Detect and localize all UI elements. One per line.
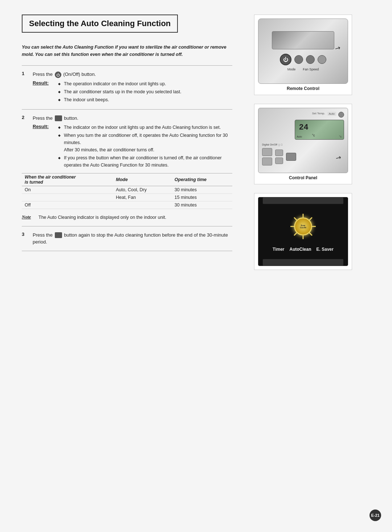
indoor-panel-center: EvapCLEAN xyxy=(290,211,316,242)
intro-text: You can select the Auto Cleaning Functio… xyxy=(22,44,232,58)
cp-bottom-row xyxy=(262,148,344,165)
svg-line-5 xyxy=(294,233,297,235)
cp-temp-number: 24 xyxy=(299,123,308,132)
remote-control-caption: Remote Control xyxy=(258,86,348,91)
step-2-result-items: The indicator on the indoor unit lights … xyxy=(58,124,232,169)
result-item: The indoor unit beeps. xyxy=(58,96,181,103)
divider-4 xyxy=(22,251,232,251)
control-panel-box: Set Temp. Auto 24 °c Auto °c Digital On/… xyxy=(254,104,352,184)
cp-wifi-icon xyxy=(338,112,344,118)
cp-auto-mode-label: Auto xyxy=(297,135,302,138)
table-header-mode: Mode xyxy=(113,173,172,186)
remote-small-btn-3 xyxy=(318,55,326,64)
indoor-panel-esaver-label: E. Saver xyxy=(317,247,334,252)
svg-line-7 xyxy=(294,218,297,220)
main-content: Selecting the Auto Cleaning Function You… xyxy=(0,0,247,532)
remote-buttons-row: ⏻ xyxy=(280,54,326,65)
note-section: Note The Auto Cleaning indicator is disp… xyxy=(22,214,232,221)
ac-mode-table: When the air conditioneris turned Mode O… xyxy=(22,173,232,209)
table-cell-time: 15 minutes xyxy=(172,194,232,201)
step-1-result-items: The operation indicator on the indoor un… xyxy=(58,80,181,104)
step-3-instruction: Press the button again to stop the Auto … xyxy=(33,232,232,246)
cp-digital-label: Digital On/Off xyxy=(262,143,277,146)
control-panel-caption: Control Panel xyxy=(258,175,348,180)
ac-mode-table-section: When the air conditioneris turned Mode O… xyxy=(22,173,232,209)
remote-label-row: Mode Fan Speed xyxy=(287,67,319,71)
indoor-panel-bottom-bar xyxy=(263,259,343,266)
indoor-panel-timer-label: Timer xyxy=(273,247,284,252)
table-cell-mode: Heat, Fan xyxy=(113,194,172,201)
cp-unit-text: °c xyxy=(312,134,315,137)
table-row: Heat, Fan 15 minutes xyxy=(22,194,232,201)
sidebar: ⏻ Mode Fan Speed ↗ Remote Control Set Te… xyxy=(247,0,363,532)
cp-digital-row: Digital On/Off | □ xyxy=(262,143,344,146)
step-1-result: Result: The operation indicator on the i… xyxy=(33,80,232,104)
cp-screen: 24 °c Auto °c xyxy=(295,120,344,140)
remote-arrow-icon: ↗ xyxy=(334,44,342,53)
cp-btn-3 xyxy=(275,150,283,156)
cp-btn-2 xyxy=(262,157,272,165)
indoor-panel-autoclean-label: AutoClean xyxy=(290,247,311,252)
step-3-number: 3 xyxy=(22,232,33,237)
step-2-instruction: Press the button. xyxy=(33,115,78,122)
divider-1 xyxy=(22,65,232,66)
step-1-instruction: Press the (On/Off) button. xyxy=(33,71,96,78)
cp-icon-btn xyxy=(286,153,296,161)
cp-temp-label: °c xyxy=(339,135,342,138)
table-cell-state: Off xyxy=(22,201,113,209)
table-cell-state xyxy=(22,194,113,201)
table-cell-state: On xyxy=(22,186,113,194)
cp-set-temp-label: Set Temp. xyxy=(312,112,325,115)
cp-btn-group-2 xyxy=(275,150,283,164)
cp-btn-group-1 xyxy=(262,148,272,165)
result-item: The operation indicator on the indoor un… xyxy=(58,80,181,87)
page-number: E-21 xyxy=(369,510,381,521)
step-2-number: 2 xyxy=(22,115,33,120)
remote-fanspeed-label: Fan Speed xyxy=(303,67,319,71)
step-2-result-label: Result: xyxy=(33,124,54,129)
cp-btn-1 xyxy=(262,148,272,156)
control-panel-illustration: Set Temp. Auto 24 °c Auto °c Digital On/… xyxy=(258,108,348,173)
svg-line-1 xyxy=(310,218,312,220)
result-item: The air conditioner starts up in the mod… xyxy=(58,88,181,95)
step-1-number: 1 xyxy=(22,71,33,76)
svg-line-3 xyxy=(310,233,312,235)
indoor-panel-box: EvapCLEAN Timer AutoClean E. Saver xyxy=(254,193,352,270)
table-row: Off 30 minutes xyxy=(22,201,232,209)
on-off-icon xyxy=(55,71,61,78)
table-cell-time: 30 minutes xyxy=(172,201,232,209)
remote-control-illustration: ⏻ Mode Fan Speed ↗ xyxy=(258,19,348,84)
indoor-panel-top-bar xyxy=(263,197,343,204)
remote-small-btn-2 xyxy=(306,55,315,64)
cp-btn-4 xyxy=(275,157,283,164)
result-item: The indicator on the indoor unit lights … xyxy=(58,124,232,131)
indoor-panel-sun-container: EvapCLEAN xyxy=(290,214,316,239)
indoor-panel-text-row: Timer AutoClean E. Saver xyxy=(273,247,334,252)
result-item: When you turn the air conditioner off, i… xyxy=(58,132,232,154)
step-1: 1 Press the (On/Off) button. Result: The… xyxy=(22,71,232,104)
remote-control-box: ⏻ Mode Fan Speed ↗ Remote Control xyxy=(254,15,352,95)
divider-2 xyxy=(22,109,232,110)
remote-small-btn-1 xyxy=(294,55,303,64)
divider-3 xyxy=(22,226,232,226)
table-row: On Auto, Cool, Dry 30 minutes xyxy=(22,186,232,194)
step-3: 3 Press the button again to stop the Aut… xyxy=(22,232,232,246)
remote-screen xyxy=(272,31,334,49)
btn-icon-step3 xyxy=(55,232,62,238)
table-header-time: Operating time xyxy=(172,173,232,186)
table-cell-time: 30 minutes xyxy=(172,186,232,194)
cp-extra-label: □ xyxy=(281,143,282,146)
table-header-state: When the air conditioneris turned xyxy=(22,173,113,186)
indoor-panel-icon-label: EvapCLEAN xyxy=(300,224,306,229)
note-text: The Auto Cleaning indicator is displayed… xyxy=(38,214,166,221)
step-2-result: Result: The indicator on the indoor unit… xyxy=(33,124,232,169)
step-2: 2 Press the button. Result: The indicato… xyxy=(22,115,232,170)
cp-pipe-label: | xyxy=(279,143,279,146)
cp-auto-label: Auto xyxy=(327,112,336,116)
remote-power-btn: ⏻ xyxy=(280,54,291,65)
auto-clean-icon xyxy=(55,115,62,121)
note-label: Note xyxy=(22,214,35,220)
page-title: Selecting the Auto Cleaning Function xyxy=(29,19,171,28)
table-cell-mode xyxy=(113,201,172,209)
step-1-result-label: Result: xyxy=(33,80,54,86)
